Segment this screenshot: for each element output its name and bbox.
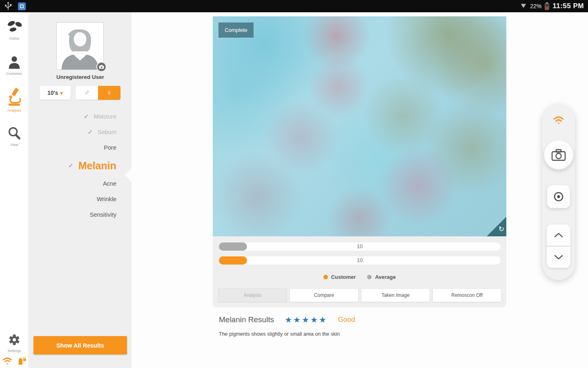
nav-item-customer[interactable]: Customer xyxy=(0,55,29,76)
average-bar: 10 xyxy=(219,242,501,251)
gender-female-button[interactable]: ♀ xyxy=(98,86,120,100)
step-down-button[interactable] xyxy=(547,247,570,268)
rotate-image-button[interactable]: ↻ xyxy=(487,217,506,236)
profile-controls: 10's ▾ ♂ ♀ xyxy=(40,86,121,100)
menu-item-wrinkle[interactable]: Wrinkle xyxy=(29,191,131,207)
menu-item-melanin[interactable]: ✓ Melanin xyxy=(29,155,131,176)
chevron-down-icon: ▾ xyxy=(60,90,63,96)
menu-item-sebum[interactable]: ✓ Sebum xyxy=(29,124,131,140)
change-photo-button[interactable] xyxy=(96,62,107,72)
gear-icon xyxy=(7,332,22,348)
skin-capture-image[interactable]: Complete ↻ xyxy=(213,16,506,236)
remoscon-toggle-button[interactable]: Remoscon Off xyxy=(432,288,501,302)
results-description: The pigments shows slightly or small are… xyxy=(219,331,340,337)
rotate-icon: ↻ xyxy=(499,225,504,233)
menu-item-sensitivity[interactable]: Sensitivity xyxy=(29,207,131,222)
age-group-dropdown[interactable]: 10's ▾ xyxy=(40,86,71,100)
menu-item-pore[interactable]: Pore xyxy=(29,140,131,155)
check-icon: ✓ xyxy=(84,113,89,120)
focus-record-button[interactable] xyxy=(547,185,570,208)
device-battery-icon xyxy=(17,356,27,366)
capture-photo-button[interactable] xyxy=(544,140,573,170)
star-rating: ★★★★★ xyxy=(285,315,327,325)
app-root: 22% 11:55 PM Home Customer xyxy=(0,0,588,368)
legend-average: Average xyxy=(367,274,396,280)
nav-item-settings[interactable]: Settings xyxy=(0,332,29,353)
analysis-sidebar: Unregistered User 10's ▾ ♂ ♀ ✓ Moisture … xyxy=(29,12,131,368)
microscope-icon xyxy=(5,87,23,107)
nav-label-settings: Settings xyxy=(8,349,21,353)
nav-item-view[interactable]: View xyxy=(0,126,29,147)
legend: Customer Average xyxy=(213,274,506,280)
customer-icon xyxy=(7,55,22,70)
logo-icon xyxy=(6,20,23,35)
check-icon: ✓ xyxy=(87,128,93,136)
avatar-placeholder-icon xyxy=(57,23,103,70)
nav-label-customer: Customer xyxy=(6,72,22,76)
battery-percent: 22% xyxy=(530,3,541,9)
clock: 11:55 PM xyxy=(552,2,584,10)
customer-bar-value: 10 xyxy=(219,257,501,263)
customer-bar: 10 xyxy=(219,256,501,265)
nav-label-view: View xyxy=(10,143,18,147)
battery-icon xyxy=(544,2,550,10)
results-title: Melanin Results xyxy=(219,315,274,324)
analysis-menu: ✓ Moisture ✓ Sebum Pore ✓ Melanin Acne W… xyxy=(29,109,131,222)
gender-toggle: ♂ ♀ xyxy=(76,86,120,100)
check-icon: ✓ xyxy=(68,162,74,169)
signal-icon xyxy=(520,2,527,10)
average-dot-icon xyxy=(367,275,372,279)
age-group-value: 10's xyxy=(47,90,58,96)
menu-item-acne[interactable]: Acne xyxy=(29,176,131,191)
wifi-connected-icon xyxy=(2,356,13,366)
camera-icon xyxy=(551,148,566,162)
menu-item-moisture[interactable]: ✓ Moisture xyxy=(29,109,131,124)
legend-customer: Customer xyxy=(323,274,356,280)
taken-image-button[interactable]: Taken Image xyxy=(361,288,430,302)
measurement-panel: 10 10 Customer Average Analysis Compare … xyxy=(213,236,506,307)
compare-button[interactable]: Compare xyxy=(290,288,359,302)
usb-icon xyxy=(4,1,12,11)
camera-badge-icon xyxy=(99,65,104,69)
analysis-button[interactable]: Analysis xyxy=(218,288,287,302)
gender-male-button[interactable]: ♂ xyxy=(76,86,98,100)
step-up-button[interactable] xyxy=(547,224,570,246)
nav-item-analysis[interactable]: Analysis xyxy=(0,87,29,112)
chevron-up-icon xyxy=(554,232,564,238)
device-wifi-icon xyxy=(552,115,565,126)
app-notification-icon xyxy=(18,2,26,10)
average-bar-value: 10 xyxy=(219,243,501,249)
zoom-stepper xyxy=(547,224,570,268)
record-icon xyxy=(553,191,564,202)
show-all-results-button[interactable]: Show All Results xyxy=(33,336,127,355)
search-icon xyxy=(7,126,22,141)
profile-name: Unregistered User xyxy=(29,74,131,80)
nav-item-home[interactable]: Home xyxy=(0,20,29,40)
nav-rail: Home Customer Analysis View xyxy=(0,12,29,368)
capture-toolbar xyxy=(542,104,575,280)
results-header: Melanin Results ★★★★★ Good xyxy=(219,315,355,325)
nav-label-analysis: Analysis xyxy=(7,108,21,112)
action-buttons: Analysis Compare Taken Image Remoscon Of… xyxy=(218,288,501,302)
status-bar: 22% 11:55 PM xyxy=(0,0,588,12)
nav-label-home: Home xyxy=(9,36,19,40)
rating-label: Good xyxy=(338,316,355,324)
status-badge: Complete xyxy=(218,22,254,38)
device-status-icons xyxy=(0,356,29,366)
customer-dot-icon xyxy=(323,275,328,279)
chevron-down-icon xyxy=(554,254,564,260)
avatar[interactable] xyxy=(56,22,104,70)
